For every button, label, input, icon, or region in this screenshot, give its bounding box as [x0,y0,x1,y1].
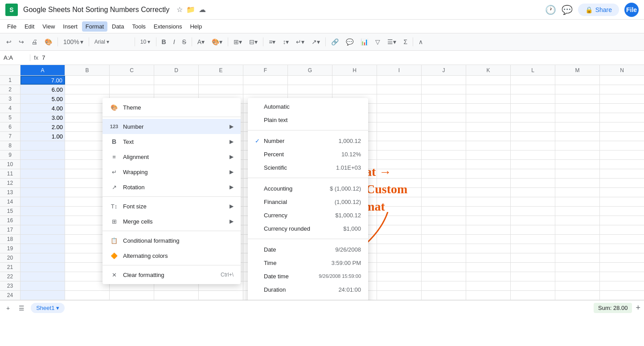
cell-L18[interactable] [511,235,555,244]
star-icon[interactable]: ☆ [176,5,183,14]
cell-M23[interactable] [555,281,600,290]
cell-L21[interactable] [511,263,555,272]
cell-J19[interactable] [422,244,466,253]
cell-J14[interactable] [422,197,466,206]
cell-K8[interactable] [466,141,511,150]
menu-insert[interactable]: Insert [59,21,81,32]
cell-A7[interactable]: 1.00 [21,132,65,141]
submenu-datetime[interactable]: Date time 9/26/2008 15:59:00 [248,269,368,283]
cell-I14[interactable] [377,197,422,206]
cell-L19[interactable] [511,244,555,253]
cell-L12[interactable] [511,179,555,187]
align-btn[interactable]: ≡▾ [266,37,278,47]
cell-M9[interactable] [555,151,600,159]
col-header-D[interactable]: D [154,65,199,75]
cell-I3[interactable] [377,94,422,103]
cell-K4[interactable] [466,104,511,113]
valign-btn[interactable]: ↕▾ [280,37,291,47]
cell-M2[interactable] [555,85,600,94]
cell-N24[interactable] [600,291,644,300]
cell-A6[interactable]: 2.00 [21,122,65,131]
cell-N5[interactable] [600,113,644,122]
cell-L3[interactable] [511,94,555,103]
cell-I2[interactable] [377,85,422,94]
cell-H1[interactable] [332,76,377,85]
cell-N10[interactable] [600,160,644,169]
cell-J4[interactable] [422,104,466,113]
font-family-btn[interactable]: Arial ▾ [92,37,132,47]
cell-N14[interactable] [600,197,644,206]
cell-I8[interactable] [377,141,422,150]
format-fontsize-item[interactable]: T↕ Font size ▶ [103,199,241,214]
format-merge-item[interactable]: ⊞ Merge cells ▶ [103,214,241,229]
cell-M5[interactable] [555,113,600,122]
cell-I5[interactable] [377,113,422,122]
cell-L15[interactable] [511,207,555,216]
cell-C24[interactable] [110,291,154,300]
cell-L2[interactable] [511,85,555,94]
cell-K10[interactable] [466,160,511,169]
cell-N8[interactable] [600,141,644,150]
cell-J23[interactable] [422,281,466,290]
menu-extensions[interactable]: Extensions [150,21,186,32]
cell-K23[interactable] [466,281,511,290]
cell-L1[interactable] [511,76,555,85]
col-header-H[interactable]: H [332,65,377,75]
borders-btn[interactable]: ⊞▾ [231,37,245,47]
cell-K22[interactable] [466,272,511,281]
sheet-list-button[interactable]: ☰ [16,303,27,313]
format-alternating-item[interactable]: 🔶 Alternating colors [103,248,241,263]
cell-I1[interactable] [377,76,422,85]
cell-I12[interactable] [377,179,422,187]
cell-J22[interactable] [422,272,466,281]
strikethrough-button[interactable]: S [180,37,189,47]
cell-K12[interactable] [466,179,511,187]
format-rotation-item[interactable]: ↗ Rotation ▶ [103,179,241,195]
cell-A13[interactable] [21,188,65,197]
cell-K9[interactable] [466,151,511,159]
cell-I7[interactable] [377,132,422,141]
cell-L20[interactable] [511,253,555,262]
cell-I17[interactable] [377,225,422,234]
cell-N19[interactable] [600,244,644,253]
text-color-btn[interactable]: A▾ [195,37,207,47]
cell-M19[interactable] [555,244,600,253]
cell-A22[interactable] [21,272,65,281]
cell-F1[interactable] [243,76,288,85]
cell-I15[interactable] [377,207,422,216]
cell-L10[interactable] [511,160,555,169]
cell-N22[interactable] [600,272,644,281]
cell-E24[interactable] [199,291,243,300]
insert-chart-btn[interactable]: 📊 [358,37,371,47]
submenu-currency-rounded[interactable]: Currency rounded $1,000 [248,222,368,235]
wrap-btn[interactable]: ↵▾ [293,37,307,47]
zoom-in-icon[interactable]: + [636,303,640,313]
cell-K20[interactable] [466,253,511,262]
cell-A4[interactable]: 4.00 [21,104,65,113]
cell-J11[interactable] [422,169,466,178]
cell-L22[interactable] [511,272,555,281]
cell-L6[interactable] [511,122,555,131]
cell-F2[interactable] [243,85,288,94]
cell-A9[interactable] [21,151,65,159]
col-header-F[interactable]: F [243,65,288,75]
cell-M15[interactable] [555,207,600,216]
cell-L17[interactable] [511,225,555,234]
cell-M3[interactable] [555,94,600,103]
cell-K1[interactable] [466,76,511,85]
col-header-M[interactable]: M [555,65,600,75]
cell-A11[interactable] [21,169,65,178]
cell-K24[interactable] [466,291,511,300]
undo-button[interactable]: ↩ [4,37,14,47]
cell-D2[interactable] [154,85,199,94]
cell-I4[interactable] [377,104,422,113]
submenu-date[interactable]: Date 9/26/2008 [248,243,368,256]
cell-I13[interactable] [377,188,422,197]
cell-I18[interactable] [377,235,422,244]
cell-E1[interactable] [199,76,243,85]
cell-M11[interactable] [555,169,600,178]
redo-button[interactable]: ↪ [16,37,27,47]
cell-J12[interactable] [422,179,466,187]
cell-K19[interactable] [466,244,511,253]
cell-J18[interactable] [422,235,466,244]
